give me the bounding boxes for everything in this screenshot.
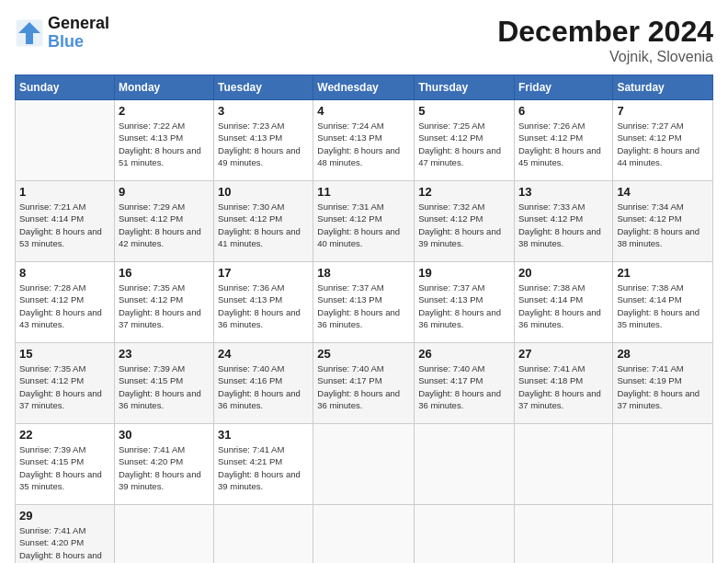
daylight-hours: Daylight: 8 hours and 35 minutes. [617,307,700,329]
sunrise-time: Sunrise: 7:35 AM [119,282,185,293]
sunset-time: Sunset: 4:20 PM [119,456,183,466]
sunset-time: Sunset: 4:13 PM [317,294,381,304]
calendar-cell: 15Sunrise: 7:35 AMSunset: 4:12 PMDayligh… [16,343,115,424]
day-info: Sunrise: 7:32 AMSunset: 4:12 PMDaylight:… [418,201,510,249]
sunrise-time: Sunrise: 7:31 AM [317,201,383,212]
calendar-cell: 13Sunrise: 7:33 AMSunset: 4:12 PMDayligh… [514,181,612,262]
daylight-hours: Daylight: 8 hours and 41 minutes. [218,226,301,248]
calendar-row: 15Sunrise: 7:35 AMSunset: 4:12 PMDayligh… [16,343,713,424]
sunset-time: Sunset: 4:12 PM [317,213,381,224]
calendar-cell: 6Sunrise: 7:26 AMSunset: 4:12 PMDaylight… [514,100,612,181]
sunset-time: Sunset: 4:13 PM [418,294,483,304]
day-info: Sunrise: 7:36 AMSunset: 4:13 PMDaylight:… [218,282,309,330]
daylight-hours: Daylight: 8 hours and 36 minutes. [119,388,201,410]
calendar-cell: 16Sunrise: 7:35 AMSunset: 4:12 PMDayligh… [114,262,213,343]
calendar-cell: 23Sunrise: 7:39 AMSunset: 4:15 PMDayligh… [114,343,213,424]
sunrise-time: Sunrise: 7:27 AM [617,121,683,131]
sunrise-time: Sunrise: 7:38 AM [617,282,683,293]
calendar-cell: 11Sunrise: 7:31 AMSunset: 4:12 PMDayligh… [313,181,415,262]
day-info: Sunrise: 7:24 AMSunset: 4:13 PMDaylight:… [317,120,410,168]
daylight-hours: Daylight: 8 hours and 39 minutes. [218,469,301,491]
day-info: Sunrise: 7:28 AMSunset: 4:12 PMDaylight:… [19,282,110,330]
day-number: 30 [119,428,210,442]
sunset-time: Sunset: 4:13 PM [119,132,183,143]
logo: General Blue [15,15,109,52]
col-monday: Monday [114,75,213,100]
sunset-time: Sunset: 4:12 PM [19,294,84,304]
sunset-time: Sunset: 4:15 PM [119,375,183,385]
daylight-hours: Daylight: 8 hours and 36 minutes. [317,388,400,410]
day-number: 14 [617,185,709,199]
day-info: Sunrise: 7:40 AMSunset: 4:17 PMDaylight:… [418,362,510,411]
day-number: 3 [218,104,309,118]
calendar-cell: 25Sunrise: 7:40 AMSunset: 4:17 PMDayligh… [313,343,415,424]
day-number: 22 [19,428,110,442]
col-thursday: Thursday [415,75,515,100]
calendar-cell: 28Sunrise: 7:41 AMSunset: 4:19 PMDayligh… [613,343,713,424]
sunset-time: Sunset: 4:12 PM [518,132,583,143]
sunset-time: Sunset: 4:19 PM [617,375,681,385]
day-number: 17 [218,266,309,280]
calendar-cell: 26Sunrise: 7:40 AMSunset: 4:17 PMDayligh… [415,343,515,424]
day-info: Sunrise: 7:25 AMSunset: 4:12 PMDaylight:… [418,120,510,168]
daylight-hours: Daylight: 8 hours and 38 minutes. [617,226,700,248]
day-number: 29 [19,509,110,523]
sunset-time: Sunset: 4:14 PM [518,294,583,304]
day-number: 2 [119,104,210,118]
calendar-cell: 5Sunrise: 7:25 AMSunset: 4:12 PMDaylight… [415,100,515,181]
calendar-cell [514,505,612,564]
sunset-time: Sunset: 4:13 PM [218,294,282,304]
day-info: Sunrise: 7:35 AMSunset: 4:12 PMDaylight:… [119,282,210,330]
sunrise-time: Sunrise: 7:41 AM [617,363,683,373]
calendar-cell: 27Sunrise: 7:41 AMSunset: 4:18 PMDayligh… [514,343,612,424]
day-info: Sunrise: 7:41 AMSunset: 4:20 PMDaylight:… [119,443,210,492]
calendar-cell: 10Sunrise: 7:30 AMSunset: 4:12 PMDayligh… [214,181,313,262]
sunset-time: Sunset: 4:14 PM [19,213,84,224]
calendar-cell: 19Sunrise: 7:37 AMSunset: 4:13 PMDayligh… [415,262,515,343]
calendar-row: 29Sunrise: 7:41 AMSunset: 4:20 PMDayligh… [16,505,713,564]
day-number: 7 [617,104,709,118]
day-number: 1 [19,185,110,199]
day-info: Sunrise: 7:35 AMSunset: 4:12 PMDaylight:… [19,362,110,411]
sunset-time: Sunset: 4:12 PM [418,213,483,224]
daylight-hours: Daylight: 8 hours and 37 minutes. [617,388,700,410]
sunrise-time: Sunrise: 7:24 AM [317,121,383,131]
day-number: 20 [518,266,609,280]
sunrise-time: Sunrise: 7:40 AM [418,363,484,373]
sunrise-time: Sunrise: 7:21 AM [19,201,85,212]
calendar-cell: 20Sunrise: 7:38 AMSunset: 4:14 PMDayligh… [514,262,612,343]
logo-icon [15,18,44,48]
day-info: Sunrise: 7:26 AMSunset: 4:12 PMDaylight:… [518,120,609,168]
sunrise-time: Sunrise: 7:41 AM [218,444,284,454]
col-tuesday: Tuesday [214,75,313,100]
col-wednesday: Wednesday [313,75,415,100]
daylight-hours: Daylight: 8 hours and 43 minutes. [19,307,102,329]
col-friday: Friday [514,75,612,100]
day-info: Sunrise: 7:41 AMSunset: 4:20 PMDaylight:… [19,524,110,563]
sunset-time: Sunset: 4:13 PM [218,132,282,143]
daylight-hours: Daylight: 8 hours and 36 minutes. [518,307,601,329]
calendar-row: 8Sunrise: 7:28 AMSunset: 4:12 PMDaylight… [16,262,713,343]
sunrise-time: Sunrise: 7:40 AM [218,363,284,373]
daylight-hours: Daylight: 8 hours and 36 minutes. [218,388,301,410]
calendar-cell [313,424,415,505]
day-number: 5 [418,104,510,118]
daylight-hours: Daylight: 8 hours and 36 minutes. [218,307,301,329]
sunset-time: Sunset: 4:18 PM [518,375,583,385]
daylight-hours: Daylight: 8 hours and 51 minutes. [119,145,201,167]
calendar-row: 1Sunrise: 7:21 AMSunset: 4:14 PMDaylight… [16,181,713,262]
day-info: Sunrise: 7:23 AMSunset: 4:13 PMDaylight:… [218,120,309,168]
sunrise-time: Sunrise: 7:30 AM [218,201,284,212]
day-info: Sunrise: 7:39 AMSunset: 4:15 PMDaylight:… [19,443,110,492]
day-number: 28 [617,347,709,361]
sunrise-time: Sunrise: 7:37 AM [317,282,383,293]
sunset-time: Sunset: 4:12 PM [218,213,282,224]
page: General Blue December 2024 Vojnik, Slove… [0,0,728,563]
calendar-cell [114,505,213,564]
sunrise-time: Sunrise: 7:23 AM [218,121,284,131]
sunrise-time: Sunrise: 7:35 AM [19,363,85,373]
daylight-hours: Daylight: 8 hours and 40 minutes. [317,226,400,248]
day-number: 25 [317,347,410,361]
sunrise-time: Sunrise: 7:28 AM [19,282,85,293]
calendar-cell: 29Sunrise: 7:41 AMSunset: 4:20 PMDayligh… [16,505,115,564]
